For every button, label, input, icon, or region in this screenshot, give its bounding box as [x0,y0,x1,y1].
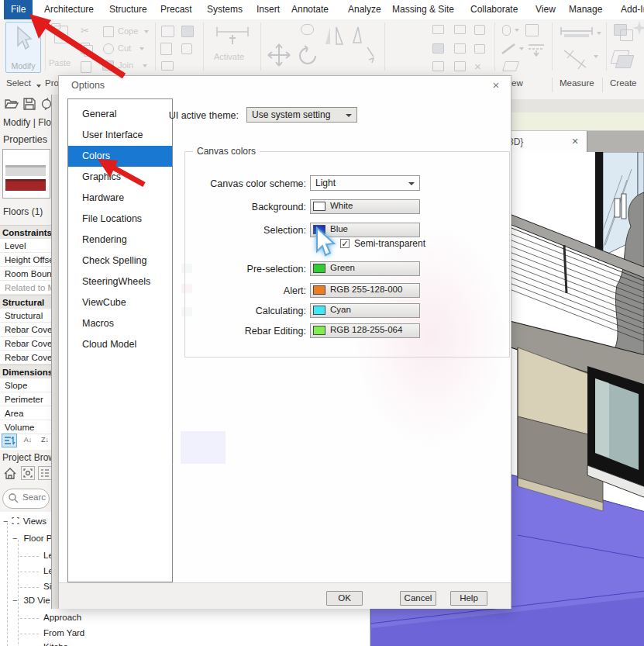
help-button[interactable]: Help [450,591,487,606]
grid-row[interactable]: Room Boun [0,267,51,281]
selection-count[interactable]: Floors (1) [3,206,43,217]
tab-add-ins[interactable]: Add-Ins [618,0,644,19]
nav-cloud-model[interactable]: Cloud Model [68,334,172,355]
rotate-icon[interactable] [296,44,319,67]
calculating-color-button[interactable]: Cyan [310,303,420,318]
scheme-dropdown[interactable]: Light [310,175,420,191]
tree-item-views[interactable]: − Views [3,516,46,526]
match-icon[interactable] [81,61,91,73]
open-folder-icon[interactable] [5,98,19,110]
mirror-icon[interactable] [324,24,347,69]
brush-icon[interactable] [501,43,518,55]
offset-icon[interactable] [301,24,314,35]
ok-button[interactable]: OK [326,591,363,606]
rebar-editing-color-button[interactable]: RGB 128-255-064 [310,323,420,338]
pre-selection-color-button[interactable]: Green [310,261,420,276]
group2-icon[interactable] [620,29,633,41]
grid-row[interactable]: Rebar Cover [0,323,51,337]
tab-insert[interactable]: Insert [253,0,283,19]
move-icon[interactable] [267,43,291,67]
save-icon[interactable] [23,98,36,110]
cube-icon[interactable] [525,24,539,36]
lightbulb-dropdown-icon[interactable] [515,29,519,32]
grid-row[interactable]: Slope [0,378,51,392]
cope-dropdown-icon[interactable] [144,30,149,33]
measure-angle-icon[interactable] [563,47,589,71]
tab-annotate[interactable]: Annotate [288,0,332,19]
semi-transparent-checkbox[interactable]: ✓ [340,239,350,248]
sort-button-active[interactable] [2,434,17,447]
measure-aligned-icon[interactable] [560,27,595,38]
unpin-icon[interactable] [474,44,485,54]
tree-item-kitchen[interactable]: Kitche [43,642,68,646]
cancel-button[interactable]: Cancel [400,591,436,606]
grid-row[interactable]: Level [0,239,51,253]
selection-color-button[interactable]: Blue [310,223,420,237]
nav-rendering[interactable]: Rendering [68,230,172,250]
grid-header-structural[interactable]: Structural [0,295,51,309]
nav-viewcube[interactable]: ViewCube [68,292,172,313]
tree-item-from-yard[interactable]: From Yard [43,628,84,637]
sort-az-button[interactable]: A↓ [20,434,36,447]
tree-item-approach[interactable]: Approach [43,613,81,622]
star-icon[interactable] [632,21,644,35]
home-icon[interactable] [3,467,17,480]
list-view-button[interactable] [38,466,52,480]
tab-massing-site[interactable]: Massing & Site [389,0,457,19]
align-icon[interactable] [432,25,444,34]
tree-item-3d-views[interactable]: −3D Vie [12,596,50,605]
similar2-icon[interactable] [615,55,635,68]
pin-icon[interactable] [474,25,485,35]
delete-icon[interactable]: × [474,61,481,71]
cut-dropdown-icon[interactable] [139,47,144,50]
array-icon[interactable] [432,43,444,54]
edit-icon[interactable] [161,61,174,71]
nav-colors[interactable]: Colors [68,146,172,167]
join-icon[interactable] [102,60,114,71]
nav-user-interface[interactable]: User Interface [68,125,172,146]
grid-row[interactable]: Rebar Cover [0,337,51,351]
tab-precast[interactable]: Precast [157,0,195,19]
split-icon[interactable] [454,25,466,34]
grid-row[interactable]: Height Offse [0,253,51,267]
palette-scrollbar[interactable] [52,95,58,609]
tab-structure[interactable]: Structure [106,0,150,19]
grid-row[interactable]: Perimeter [0,392,51,406]
extend-icon[interactable] [454,61,466,71]
measure-dropdown-icon[interactable] [597,32,601,35]
select-panel-label[interactable]: Select [6,78,31,88]
grid-header-dimensions[interactable]: Dimensions [0,364,51,378]
mirror2-icon[interactable] [350,26,377,69]
tab-collaborate[interactable]: Collaborate [467,0,521,19]
search-box[interactable] [2,489,50,509]
tab-systems[interactable]: Systems [204,0,246,19]
tree-item-floor-plans[interactable]: −Floor P [12,534,53,543]
tab-manage[interactable]: Manage [566,0,605,19]
theme-dropdown[interactable]: Use system setting [246,107,357,123]
grid-row[interactable]: Area [0,406,51,420]
nav-hardware[interactable]: Hardware [68,188,172,209]
grid-row[interactable]: Volume [0,420,51,434]
cut-icon[interactable] [103,43,114,54]
beam-icon[interactable] [161,26,174,37]
select-dropdown-icon[interactable] [36,85,41,88]
nav-steeringwheels[interactable]: SteeringWheels [68,271,172,292]
measure-angle-dropdown-icon[interactable] [594,55,598,58]
tab-file[interactable]: File [4,0,33,19]
brush-dropdown-icon[interactable] [519,47,524,50]
tab-view[interactable]: View [532,0,559,19]
sort-za-button[interactable]: Z↓ [37,434,53,447]
view-frame-icon[interactable] [181,26,194,37]
tab-analyze[interactable]: Analyze [345,0,384,19]
scissors-icon[interactable]: ✂ [81,26,89,36]
link-icon[interactable] [181,43,192,54]
tab-architecture[interactable]: Architecture [41,0,97,19]
modify-button[interactable]: Modify [5,22,41,73]
cope-icon[interactable] [103,26,114,37]
dialog-close-icon[interactable]: × [489,78,503,92]
trim-icon[interactable] [432,61,444,71]
type-preview[interactable] [2,149,50,199]
linework-icon[interactable] [527,43,546,57]
region-icon[interactable] [502,61,519,71]
view-tab-close-icon[interactable]: × [572,135,578,147]
